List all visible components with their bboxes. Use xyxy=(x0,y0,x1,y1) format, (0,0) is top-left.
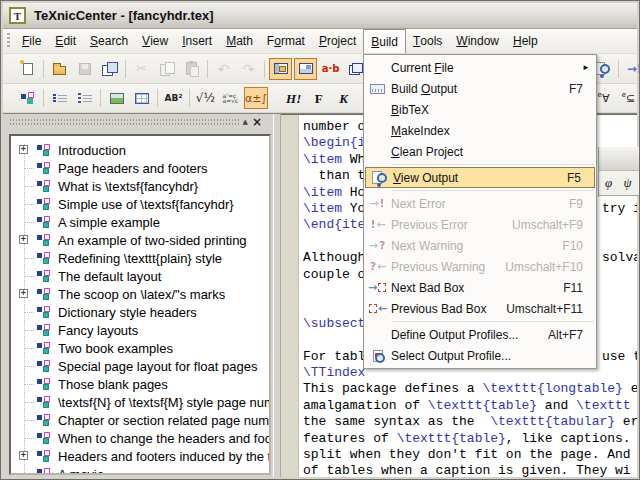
menu-item-select-output-profile[interactable]: Select Output Profile... xyxy=(364,345,596,366)
save-icon[interactable] xyxy=(73,58,96,80)
open-file-icon[interactable] xyxy=(48,58,71,80)
tree-item-label: The default layout xyxy=(58,269,161,284)
heading-format-icon[interactable]: H! xyxy=(282,87,305,109)
equation-icon[interactable]: a'=c a=√c xyxy=(219,87,242,109)
tree-expander-icon[interactable]: + xyxy=(19,145,28,154)
menu-item-clean-project[interactable]: Clean Project xyxy=(364,141,596,162)
menu-window[interactable]: Window xyxy=(449,29,506,53)
menu-view[interactable]: View xyxy=(135,29,175,53)
tree-item-label: Page headers and footers xyxy=(58,161,208,176)
latex-command: \begin{i xyxy=(303,135,365,150)
cut-icon[interactable]: ✂ xyxy=(130,58,153,80)
menu-tools[interactable]: Tools xyxy=(406,29,449,53)
tree-item[interactable]: Redefining \texttt{plain} style xyxy=(11,249,269,267)
tree-item[interactable]: Page headers and footers xyxy=(11,159,269,177)
menu-item-makeindex[interactable]: MakeIndex xyxy=(364,120,596,141)
superscript-icon[interactable]: AB² xyxy=(162,87,185,109)
menu-item-view-output[interactable]: View OutputF5 xyxy=(365,167,595,188)
latex-command: \item xyxy=(303,152,342,167)
menu-item-next-bad-box[interactable]: →Next Bad BoxF11 xyxy=(364,277,596,298)
tree-item[interactable]: A movie xyxy=(11,465,269,475)
menu-item-current-file[interactable]: Current File► xyxy=(364,57,596,78)
copy-icon[interactable] xyxy=(155,58,178,80)
pane-gripper[interactable] xyxy=(10,119,240,121)
menu-item-next-error[interactable]: →!Next ErrorF9 xyxy=(364,193,596,214)
tree-item[interactable]: What is \textsf{fancyhdr} xyxy=(11,177,269,195)
tree-item[interactable]: +The scoop on \latex/"s marks xyxy=(11,285,269,303)
menu-item-previous-error[interactable]: !←Previous ErrorUmschalt+F9 xyxy=(364,214,596,235)
view-output-icon xyxy=(372,171,387,184)
pane-collapse-icon[interactable]: ▲ xyxy=(243,117,248,128)
insert-table-icon[interactable] xyxy=(130,87,153,109)
tree-item[interactable]: When to change the headers and footers? xyxy=(11,429,269,447)
menu-edit[interactable]: Edit xyxy=(48,29,83,53)
menu-format[interactable]: Format xyxy=(260,29,312,53)
math-symbols-toggle-icon[interactable]: α±∫ xyxy=(244,87,268,109)
select-profile-icon xyxy=(373,350,383,362)
find-replace-icon: a·b xyxy=(322,64,340,74)
menu-separator xyxy=(392,164,594,165)
menu-item-define-output-profiles[interactable]: Define Output Profiles...Alt+F7 xyxy=(364,324,596,345)
undo-icon[interactable]: ↶ xyxy=(212,58,235,80)
menu-build[interactable]: Build xyxy=(363,29,406,53)
numbered-list-icon[interactable] xyxy=(73,87,96,109)
new-document-icon[interactable] xyxy=(16,58,39,80)
greek-symbol-ψ-icon[interactable]: ψ xyxy=(618,173,637,193)
tree-item[interactable]: Two book examples xyxy=(11,339,269,357)
menu-search[interactable]: Search xyxy=(83,29,135,53)
pane-gripper[interactable] xyxy=(10,123,240,125)
structure-tree[interactable]: +IntroductionPage headers and footersWha… xyxy=(9,134,271,475)
menu-project[interactable]: Project xyxy=(312,29,363,53)
tree-item[interactable]: +Headers and footers induced by the text xyxy=(11,447,269,465)
menu-math[interactable]: Math xyxy=(219,29,260,53)
tree-expander-icon[interactable]: + xyxy=(19,289,28,298)
tree-item[interactable]: Dictionary style headers xyxy=(11,303,269,321)
tree-item[interactable]: Simple use of \textsf{fancyhdr} xyxy=(11,195,269,213)
tree-item[interactable]: +Introduction xyxy=(11,141,269,159)
greek-symbol-φ-icon[interactable]: φ xyxy=(599,173,618,193)
italic-format-icon[interactable]: K xyxy=(332,87,355,109)
cut-icon: ✂ xyxy=(136,62,147,75)
tree-guide xyxy=(24,474,34,475)
tree-item[interactable]: \textsf{N} of \textsf{M} style page numb… xyxy=(11,393,269,411)
tree-expander-icon[interactable]: + xyxy=(19,235,28,244)
menu-item-label: Previous Error xyxy=(391,218,468,232)
structure-pane-header[interactable]: ▲ × xyxy=(8,117,266,130)
bold-format-icon[interactable]: F xyxy=(307,87,330,109)
pane-splitter[interactable] xyxy=(273,114,281,477)
menu-item-previous-bad-box[interactable]: ←Previous Bad BoxUmschalt+F11 xyxy=(364,298,596,319)
subset-symbol-icon[interactable]: e⊆ xyxy=(617,87,640,109)
menu-item-build-output[interactable]: Build OutputF7 xyxy=(364,78,596,99)
menu-help[interactable]: Help xyxy=(506,29,545,53)
structure-view-icon[interactable] xyxy=(16,87,39,109)
tree-item[interactable]: A simple example xyxy=(11,213,269,231)
pane-close-icon[interactable]: × xyxy=(252,117,262,128)
fraction-icon[interactable]: √½ xyxy=(194,87,217,109)
tree-item[interactable]: Chapter or section related page numbers xyxy=(11,411,269,429)
toggle-output-icon[interactable] xyxy=(294,58,317,80)
menu-item-bibtex[interactable]: BibTeX xyxy=(364,99,596,120)
tree-expander-icon[interactable]: + xyxy=(19,451,28,460)
menu-item-next-warning[interactable]: →?Next WarningF10 xyxy=(364,235,596,256)
insert-image-icon[interactable] xyxy=(105,87,128,109)
next-error-icon[interactable]: →! xyxy=(623,58,640,80)
tree-item[interactable]: Those blank pages xyxy=(11,375,269,393)
save-all-icon[interactable] xyxy=(98,58,121,80)
tree-item[interactable]: The default layout xyxy=(11,267,269,285)
tree-item[interactable]: Special page layout for float pages xyxy=(11,357,269,375)
redo-icon[interactable]: ↷ xyxy=(237,58,260,80)
menu-item-previous-warning[interactable]: ?←Previous WarningUmschalt+F10 xyxy=(364,256,596,277)
menubar-gripper[interactable] xyxy=(7,33,10,49)
find-replace-icon[interactable]: a·b xyxy=(319,58,342,80)
editor-line: \begin{i xyxy=(303,135,365,151)
title-bar[interactable]: T TeXnicCenter - [fancyhdr.tex] xyxy=(3,3,637,29)
tree-item[interactable]: Fancy layouts xyxy=(11,321,269,339)
toggle-navigator-icon[interactable] xyxy=(269,58,292,80)
paste-icon[interactable] xyxy=(180,58,203,80)
greek-toolbar-handle[interactable] xyxy=(599,147,640,171)
tree-item[interactable]: +An example of two-sided printing xyxy=(11,231,269,249)
build-output-icon xyxy=(370,84,385,94)
menu-file[interactable]: File xyxy=(15,29,48,53)
menu-insert[interactable]: Insert xyxy=(175,29,219,53)
bullet-list-icon[interactable] xyxy=(48,87,71,109)
